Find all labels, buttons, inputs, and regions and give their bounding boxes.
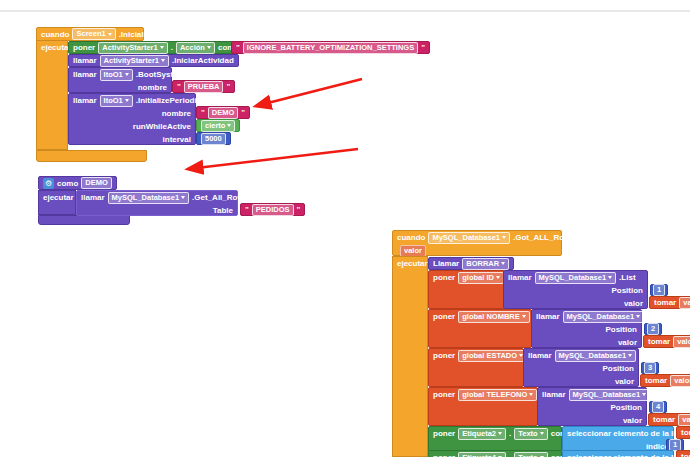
block-get-valor-3[interactable]: tomar valor bbox=[640, 374, 690, 387]
block-set-activitystarter-action[interactable]: poner ActivityStarter1 . Acción como bbox=[68, 41, 244, 54]
mysql-database1-value: MySQL_Database1 bbox=[573, 391, 641, 399]
block-set-global-nombre[interactable]: poner global NOMBRE a bbox=[428, 309, 532, 348]
valor-dropdown[interactable]: valor bbox=[679, 297, 690, 309]
table-arg-label: Table bbox=[213, 206, 233, 215]
procedure-name-field[interactable]: DEMO bbox=[81, 177, 112, 189]
mysql-database1-dropdown[interactable]: MySQL_Database1 bbox=[108, 192, 190, 204]
block-select-list-item-1[interactable]: seleccionar elemento de la lista índice bbox=[562, 426, 674, 452]
block-call-initializeperiodic[interactable]: llamar ItoO1 .InitializePeriodic nombre … bbox=[68, 93, 196, 145]
block-number-1[interactable]: 1 bbox=[650, 284, 668, 296]
itoo1-dropdown[interactable]: ItoO1 bbox=[100, 95, 133, 107]
global-nombre-dropdown[interactable]: global NOMBRE bbox=[458, 311, 530, 323]
etiqueta4-dropdown[interactable]: Etiqueta4 bbox=[458, 452, 506, 457]
text-field-prueba[interactable]: PRUEBA bbox=[184, 81, 224, 93]
mysql-database1-dropdown[interactable]: MySQL_Database1 bbox=[569, 389, 651, 401]
annotation-arrow-1 bbox=[256, 79, 362, 106]
itoo1-dropdown[interactable]: ItoO1 bbox=[100, 69, 133, 81]
call-label: llamar bbox=[73, 96, 97, 105]
activitystarter1-dropdown[interactable]: ActivityStarter1 bbox=[98, 42, 167, 54]
number-field[interactable]: 3 bbox=[644, 362, 656, 374]
number-field[interactable]: 1 bbox=[653, 284, 665, 296]
block-text-prueba[interactable]: " PRUEBA " bbox=[172, 80, 235, 93]
borrar-procedure-dropdown[interactable]: BORRAR bbox=[462, 258, 509, 270]
call-label: llamar bbox=[542, 390, 566, 399]
texto-property-dropdown[interactable]: Texto bbox=[514, 428, 547, 440]
cierto-dropdown[interactable]: cierto bbox=[201, 120, 235, 132]
text-value: PEDIDOS bbox=[256, 206, 290, 214]
valor-dropdown[interactable]: valor bbox=[673, 336, 690, 348]
block-number-4[interactable]: 4 bbox=[649, 401, 667, 413]
screen1-dropdown[interactable]: Screen1 bbox=[72, 28, 115, 40]
mutator-gear-icon[interactable]: ⚙ bbox=[43, 178, 54, 189]
cierto-value: cierto bbox=[205, 122, 225, 130]
method-initializeperiodic-label: .InitializePeriodic bbox=[136, 96, 201, 105]
block-call-bootsystem[interactable]: llamar ItoO1 .BootSystem nombre bbox=[68, 67, 172, 93]
number-value: 5000 bbox=[205, 135, 222, 143]
number-field[interactable]: 2 bbox=[647, 323, 659, 335]
texto-property-dropdown[interactable]: Texto bbox=[514, 452, 547, 457]
block-call-list-3[interactable]: llamar MySQL_Database1 .List Position va… bbox=[523, 348, 639, 387]
text-field-ignore-battery[interactable]: IGNORE_BATTERY_OPTIMIZATION_SETTINGS bbox=[243, 42, 418, 54]
block-call-startactivity[interactable]: llamar ActivityStarter1 .IniciarActivida… bbox=[68, 54, 239, 67]
valor-dropdown[interactable]: valor bbox=[678, 414, 690, 426]
block-select-list-item-2[interactable]: seleccionar elemento de la lista bbox=[562, 450, 674, 457]
block-get-valor-1[interactable]: tomar valor bbox=[649, 296, 690, 309]
block-procedure-demo[interactable]: ⚙ como DEMO bbox=[38, 176, 117, 190]
block-set-global-estado[interactable]: poner global ESTADO a bbox=[428, 348, 524, 387]
block-call-list-1[interactable]: llamar MySQL_Database1 .List Position va… bbox=[503, 270, 648, 309]
mysql-database1-dropdown[interactable]: MySQL_Database1 bbox=[535, 272, 617, 284]
text-field-pedidos[interactable]: PEDIDOS bbox=[252, 204, 294, 216]
valor-value: valor bbox=[683, 299, 690, 307]
block-text-demo[interactable]: " DEMO " bbox=[196, 106, 250, 119]
block-when-screen1-initialize[interactable]: cuando Screen1 .Inicializar bbox=[36, 27, 144, 41]
block-text-ignore-battery[interactable]: " IGNORE_BATTERY_OPTIMIZATION_SETTINGS " bbox=[231, 41, 430, 54]
param-valor-chip[interactable]: valor bbox=[400, 245, 426, 257]
global-telefono-dropdown[interactable]: global TELEFONO bbox=[458, 389, 537, 401]
mysql-database1-value: MySQL_Database1 bbox=[559, 352, 627, 360]
procedure-do-bar[interactable]: ejecutar bbox=[38, 190, 76, 215]
block-when-gotallrows[interactable]: cuando MySQL_Database1 .Got_ALL_Rows val… bbox=[392, 230, 562, 256]
block-get-valor-4[interactable]: tomar valor bbox=[648, 413, 690, 426]
number-field-5000[interactable]: 5000 bbox=[201, 133, 226, 145]
valor-dropdown[interactable]: valor bbox=[670, 375, 690, 387]
dot-label: . bbox=[509, 453, 511, 457]
block-set-global-id[interactable]: poner global ID a bbox=[428, 270, 505, 309]
blocks-workspace[interactable]: cuando Screen1 .Inicializar ejecutar pon… bbox=[0, 0, 690, 457]
global-id-dropdown[interactable]: global ID bbox=[458, 272, 504, 284]
etiqueta2-value: Etiqueta2 bbox=[462, 430, 496, 438]
block-get-clipped-2[interactable]: tomar bbox=[676, 450, 690, 457]
mysql-database1-dropdown[interactable]: MySQL_Database1 bbox=[428, 232, 510, 244]
position-arg-label: Position bbox=[610, 403, 642, 412]
block-get-valor-2[interactable]: tomar valor bbox=[643, 335, 690, 348]
etiqueta2-dropdown[interactable]: Etiqueta2 bbox=[458, 428, 506, 440]
itoo1-value: ItoO1 bbox=[104, 71, 123, 79]
block-call-list-4[interactable]: llamar MySQL_Database1 .List Position va… bbox=[537, 387, 647, 426]
number-field[interactable]: 4 bbox=[652, 401, 664, 413]
method-bootsystem-label: .BootSystem bbox=[136, 70, 185, 79]
gotallrows-do-bar[interactable]: ejecutar bbox=[392, 256, 428, 457]
activitystarter1-dropdown[interactable]: ActivityStarter1 bbox=[100, 55, 169, 67]
block-set-global-telefono[interactable]: poner global TELEFONO a bbox=[428, 387, 538, 426]
block-call-list-2[interactable]: llamar MySQL_Database1 .List Position va… bbox=[531, 309, 642, 348]
mysql-database1-dropdown[interactable]: MySQL_Database1 bbox=[555, 350, 637, 362]
block-text-pedidos[interactable]: " PEDIDOS " bbox=[240, 203, 305, 216]
block-set-etiqueta2-texto[interactable]: poner Etiqueta2 . Texto como bbox=[428, 426, 562, 452]
block-call-getallrows[interactable]: llamar MySQL_Database1 .Get_All_Rows Tab… bbox=[76, 190, 238, 216]
number-value: 1 bbox=[673, 441, 677, 449]
when-screen1-do-bar[interactable]: ejecutar bbox=[36, 40, 68, 150]
select-list-item-label: seleccionar elemento de la lista bbox=[567, 429, 687, 438]
text-field-demo[interactable]: DEMO bbox=[208, 107, 239, 119]
block-set-etiqueta4-texto[interactable]: poner Etiqueta4 . Texto como bbox=[428, 450, 562, 457]
chevron-down-icon bbox=[642, 393, 646, 396]
block-logic-true[interactable]: cierto bbox=[196, 119, 240, 132]
chevron-down-icon bbox=[502, 236, 506, 239]
block-number-3[interactable]: 3 bbox=[641, 362, 659, 374]
block-get-clipped-1[interactable]: tomar bbox=[676, 426, 690, 439]
mysql-database1-dropdown[interactable]: MySQL_Database1 bbox=[563, 311, 645, 323]
global-estado-dropdown[interactable]: global ESTADO bbox=[458, 350, 527, 362]
block-number-2[interactable]: 2 bbox=[644, 323, 662, 335]
block-number-5000[interactable]: 5000 bbox=[196, 132, 231, 145]
accion-property-dropdown[interactable]: Acción bbox=[176, 42, 215, 54]
block-call-borrar[interactable]: Llamar BORRAR bbox=[428, 257, 514, 270]
when-screen1-foot[interactable] bbox=[36, 150, 147, 162]
